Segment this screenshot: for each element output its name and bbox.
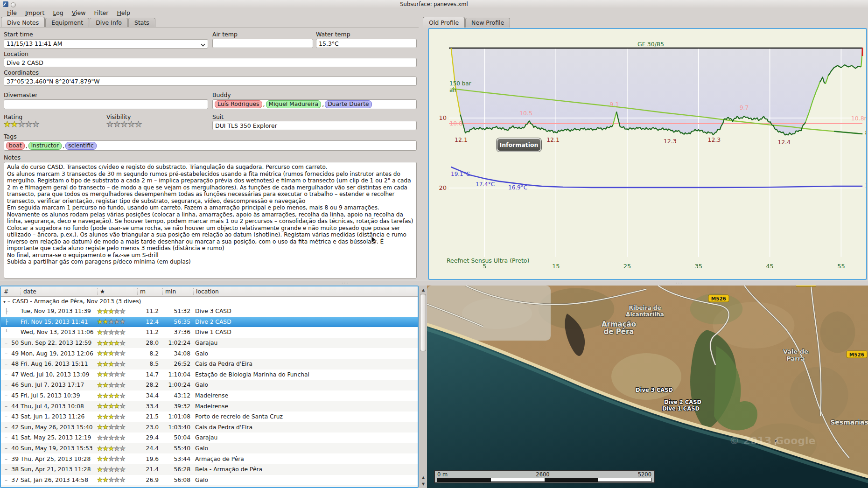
dive-number-cell: –41 — [1, 434, 21, 441]
dive-list-header[interactable]: #date★mminlocation — [1, 286, 418, 297]
location-input[interactable] — [4, 58, 417, 67]
dive-row[interactable]: –39Thu, Apr 25, 2013 10:28★★★★★19.653:44… — [1, 453, 418, 464]
dive-list[interactable]: #date★mminlocation ▾ – CASD - Armação de… — [0, 286, 419, 488]
dive-depth-cell: 26.9 — [137, 477, 162, 483]
menu-item-filter[interactable]: Filter — [90, 9, 112, 17]
tags-input[interactable]: boat,instructor,scientific — [4, 140, 417, 151]
scroll-down-icon[interactable]: ▼ — [420, 481, 427, 487]
dive-row[interactable]: –42Sun, May 26, 2013 15:40★★★★★23.01:03:… — [1, 422, 418, 433]
dive-number-cell: –48 — [1, 361, 21, 367]
scrollbar-thumb[interactable] — [420, 294, 426, 351]
dive-duration-cell: 1:03:40 — [162, 424, 193, 431]
scale-mid: 2600 — [536, 472, 549, 477]
dive-number-cell: –50 — [1, 340, 21, 346]
divemaster-input[interactable] — [4, 99, 208, 109]
dive-location-cell: Cais da Pedra d'Eira — [193, 361, 418, 367]
dive-row[interactable]: └Wed, Nov 13, 2013 11:06★★★★★11.237:36Di… — [1, 327, 418, 338]
menu-item-view[interactable]: View — [68, 9, 90, 17]
dive-rating-cell: ★★★★★ — [97, 435, 137, 441]
dive-location-cell: Madeirense — [193, 403, 418, 410]
tag-chip[interactable]: scientific — [65, 142, 97, 150]
dive-row[interactable]: –43Sat, Jun 1, 2013 11:26★★★★★21.51:01:0… — [1, 411, 418, 422]
dive-depth-cell: 21.5 — [137, 413, 162, 420]
tab-equipment[interactable]: Equipment — [45, 18, 89, 28]
dive-row[interactable]: –46Sun, Jul 7, 2013 17:17★★★★★28.21:00:2… — [1, 380, 418, 390]
tab-dive-info[interactable]: Dive Info — [90, 18, 128, 28]
map-place-label: Vale de — [783, 348, 808, 355]
svg-text:15: 15 — [552, 263, 560, 270]
dive-date-cell: Tue, Nov 19, 2013 11:39 — [21, 308, 97, 314]
dive-location-cell: Cais da Pedra d'Eira — [193, 424, 418, 431]
scroll-up-icon[interactable]: ▲ — [420, 286, 427, 293]
dive-row[interactable]: –37Sat, Jan 26, 2013 14:58★★★★★26.956:08… — [1, 475, 418, 486]
scroll-up-icon[interactable]: ▲ — [420, 474, 427, 481]
tab-stats[interactable]: Stats — [128, 18, 155, 28]
dive-rating-cell: ★★★★★ — [97, 361, 137, 367]
tab-old-profile[interactable]: Old Profile — [423, 17, 465, 28]
chevron-down-icon[interactable] — [201, 42, 205, 46]
dive-row[interactable]: –44Thu, Jul 4, 2013 10:08★★★★★33.439:32M… — [1, 401, 418, 411]
tab-dive-notes[interactable]: Dive Notes — [1, 17, 45, 28]
dive-date-cell: Wed, Jul 10, 2013 13:09 — [21, 371, 97, 378]
notes-input[interactable]: Aula do curso CASD. Transectos c/video e… — [4, 162, 417, 279]
dive-row[interactable]: ├Tue, Nov 19, 2013 11:39★★★★★11.251:32Di… — [1, 306, 418, 317]
profile-plot[interactable]: 10205152535455512.110.512.19.112.312.39.… — [429, 29, 866, 279]
column-header-location[interactable]: location — [193, 288, 418, 295]
dive-row[interactable]: –38Sun, Apr 21, 2013 11:28★★★★★21.456:28… — [1, 464, 418, 475]
map-canvas[interactable]: © 2013 GoogleArmaçãode PêraRibeira deAlc… — [427, 286, 868, 488]
dive-rating-cell: ★★★★★ — [97, 467, 137, 473]
tab-new-profile[interactable]: New Profile — [465, 18, 510, 28]
menu-item-import[interactable]: Import — [21, 9, 49, 17]
column-header-duration[interactable]: min — [162, 288, 193, 295]
svg-text:19.1°C: 19.1°C — [451, 171, 470, 177]
svg-text:12.1: 12.1 — [546, 136, 560, 143]
start-time-input[interactable] — [4, 39, 208, 49]
suit-input[interactable] — [212, 121, 417, 130]
dive-row[interactable]: –49Mon, Aug 19, 2013 12:06★★★★★8.234:08G… — [1, 348, 418, 359]
dive-row[interactable]: –41Sat, May 25, 2013 12:19★★★★★29.450:04… — [1, 432, 418, 443]
dive-row[interactable]: –48Fri, Aug 16, 2013 15:11★★★★★8.526:52C… — [1, 359, 418, 369]
dive-row[interactable]: –45Fri, Jul 5, 2013 10:39★★★★★34.443:12M… — [1, 390, 418, 401]
menu-item-log[interactable]: Log — [49, 9, 67, 17]
dive-row[interactable]: –40Sun, May 19, 2013 15:53★★★★★24.455:40… — [1, 443, 418, 454]
air-temp-input[interactable] — [212, 39, 313, 48]
water-temp-input[interactable] — [316, 39, 417, 48]
dive-duration-cell: 34:08 — [162, 350, 193, 357]
dive-site-map[interactable]: © 2013 GoogleArmaçãode PêraRibeira deAlc… — [427, 286, 868, 488]
dive-date-cell: Fri, Nov 15, 2013 11:41 — [21, 319, 97, 325]
dive-profile-chart[interactable]: 10205152535455512.110.512.19.112.312.39.… — [428, 28, 867, 280]
tag-chip[interactable]: boat — [6, 142, 25, 150]
information-button[interactable]: Information — [497, 138, 541, 152]
buddy-chip[interactable]: Luís Rodrigues — [215, 100, 262, 108]
menu-item-file[interactable]: File — [3, 9, 21, 17]
dive-row[interactable]: –47Wed, Jul 10, 2013 13:09★★★★★14.71:10:… — [1, 369, 418, 380]
column-header-date[interactable]: date — [21, 288, 97, 295]
dive-location-cell: Dive 1 CASD — [193, 329, 418, 335]
dive-duration-cell: 1:00:24 — [162, 382, 193, 388]
start-time-combo[interactable] — [4, 39, 208, 48]
profile-tab-bar: Old ProfileNew Profile — [423, 17, 511, 28]
buddy-chip[interactable]: Miguel Madureira — [266, 100, 322, 108]
rating-stars[interactable]: ★★★★★ — [4, 120, 39, 128]
column-header-num[interactable]: # — [1, 288, 21, 295]
dive-duration-cell: 56:35 — [162, 319, 193, 325]
coordinates-input[interactable] — [4, 77, 417, 86]
map-place-label: Sesmarias — [830, 418, 868, 426]
buddy-input[interactable]: Luís Rodrigues,Miguel Madureira,Duarte D… — [212, 99, 417, 109]
collapse-caret-icon[interactable]: ▾ — [3, 299, 6, 304]
column-header-rating[interactable]: ★ — [97, 288, 137, 295]
dive-row[interactable]: –36Sun, Jan 20, 2013 12:33★★★★★21.758:36… — [1, 485, 418, 488]
dive-row[interactable]: –50Sun, Sep 22, 2013 12:59★★★★★28.01:02:… — [1, 338, 418, 349]
visibility-stars[interactable]: ★★★★★ — [106, 120, 142, 128]
tag-chip[interactable]: instructor — [28, 142, 62, 150]
dive-row[interactable]: ├Fri, Nov 15, 2013 11:41★★★★★12.456:35Di… — [1, 317, 418, 328]
dive-trip-row[interactable]: ▾ – CASD - Armação de Pêra, Nov 2013 (3 … — [1, 297, 418, 306]
menu-item-help[interactable]: Help — [112, 9, 134, 17]
dive-list-scrollbar[interactable]: ▲ ▲ ▼ — [419, 286, 427, 488]
dive-duration-cell: 1:10:04 — [162, 371, 193, 378]
titlebar[interactable]: Subsurface: paneves.xml — [0, 0, 868, 8]
buddy-chip[interactable]: Duarte Duarte — [325, 100, 371, 108]
dive-location-cell: Dive 3 CASD — [193, 308, 418, 314]
dive-rating-cell: ★★★★★ — [97, 382, 137, 388]
column-header-depth[interactable]: m — [137, 288, 162, 295]
